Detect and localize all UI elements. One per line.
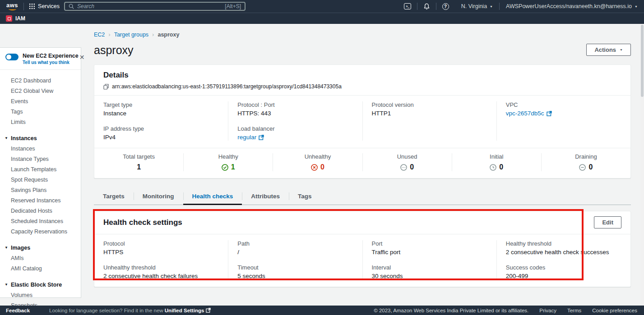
services-grid-icon (29, 4, 35, 9)
content-area: EC2 › Target groups › asproxy asproxy Ac… (81, 24, 640, 306)
sidebar-item-snapshots[interactable]: Snapshots (0, 300, 81, 306)
unhealthy-x-circle-icon (311, 164, 318, 171)
sidebar-item-savings-plans[interactable]: Savings Plans (0, 185, 81, 195)
tab-targets[interactable]: Targets (94, 189, 134, 205)
sidebar-item-reserved-instances[interactable]: Reserved Instances (0, 195, 81, 205)
health-check-settings-title: Health check settings (103, 218, 182, 227)
cookie-preferences-link[interactable]: Cookie preferences (592, 308, 637, 313)
cloudshell-button[interactable]: >_ (398, 3, 417, 9)
vpc-link[interactable]: vpc-2657db5c (506, 110, 552, 117)
ec2-sidebar: New EC2 Experience Tell us what you thin… (0, 47, 81, 298)
edit-button[interactable]: Edit (594, 216, 621, 228)
search-icon (69, 4, 74, 9)
help-icon: ? (442, 3, 449, 10)
language-hint: Looking for language selection? Find it … (49, 308, 210, 313)
sidebar-section-images[interactable]: ▼ Images (0, 242, 81, 253)
new-experience-title: New EC2 Experience (23, 53, 79, 59)
sidebar-item-tags[interactable]: Tags (0, 106, 81, 117)
unused-dots-circle-icon (400, 164, 407, 171)
field-protocol-port: Protocol : Port HTTPS: 443 (237, 101, 353, 117)
health-check-grid: Protocol HTTPS Unhealthy threshold 2 con… (94, 234, 630, 287)
sidebar-item-instance-types[interactable]: Instance Types (0, 154, 81, 164)
summary-draining: Draining 0 (541, 153, 630, 171)
breadcrumb-separator-icon: › (152, 31, 154, 38)
sidebar-item-scheduled-instances[interactable]: Scheduled Instances (0, 216, 81, 226)
breadcrumb-current: asproxy (158, 32, 179, 38)
sidebar-item-amis[interactable]: AMIs (0, 253, 81, 263)
breadcrumb-target-groups[interactable]: Target groups (114, 32, 148, 38)
sidebar-item-ami-catalog[interactable]: AMI Catalog (0, 263, 81, 274)
tab-attributes[interactable]: Attributes (242, 189, 289, 205)
draining-minus-circle-icon (579, 164, 586, 171)
feedback-link[interactable]: Tell us what you think (23, 60, 79, 65)
caret-down-icon: ▼ (5, 246, 8, 250)
service-shortcut-bar: IAM (0, 13, 644, 24)
sidebar-item-instances[interactable]: Instances (0, 143, 81, 154)
tab-monitoring[interactable]: Monitoring (134, 189, 183, 205)
unified-settings-link[interactable]: Unified Settings (165, 308, 204, 313)
vertical-scrollbar[interactable] (640, 24, 644, 306)
field-port: Port Traffic port (372, 240, 487, 256)
bell-icon (423, 3, 430, 10)
field-vpc: VPC vpc-2657db5c (506, 101, 621, 117)
caret-down-icon: ▼ (635, 5, 638, 8)
terms-link[interactable]: Terms (567, 308, 581, 313)
new-experience-toggle[interactable] (5, 54, 19, 60)
sidebar-item-ec2-global-view[interactable]: EC2 Global View (0, 86, 81, 96)
sidebar-section-instances[interactable]: ▼ Instances (0, 133, 81, 143)
sidebar-nav: EC2 Dashboard EC2 Global View Events Tag… (0, 70, 81, 306)
breadcrumb: EC2 › Target groups › asproxy (94, 31, 631, 38)
cloudshell-terminal-icon: >_ (404, 3, 411, 9)
sidebar-item-events[interactable]: Events (0, 96, 81, 106)
actions-button[interactable]: Actions ▼ (586, 44, 631, 56)
iam-service-icon (6, 15, 12, 22)
services-menu[interactable]: Services (29, 3, 60, 9)
field-protocol: Protocol HTTPS (103, 240, 219, 256)
breadcrumb-ec2[interactable]: EC2 (94, 32, 105, 38)
services-label: Services (38, 3, 60, 9)
targets-summary: Total targets 1 Healthy 1 (94, 148, 630, 178)
field-load-balancer: Load balancer regular (237, 125, 353, 141)
page-title: asproxy (94, 44, 134, 57)
summary-initial: Initial 0 (452, 153, 541, 171)
field-target-type: Target type Instance (103, 101, 219, 117)
sidebar-item-ec2-dashboard[interactable]: EC2 Dashboard (0, 75, 81, 86)
account-menu[interactable]: AWSPowerUserAccess/navaneeth.kn@harness.… (500, 3, 644, 9)
topnav-right-group: >_ ? N. Virginia ▼ AWSPowerUser (398, 3, 644, 10)
caret-down-icon: ▼ (5, 283, 8, 287)
region-selector[interactable]: N. Virginia ▼ (455, 3, 499, 9)
feedback-button[interactable]: Feedback (6, 308, 30, 313)
tab-tags[interactable]: Tags (289, 189, 321, 205)
copyright-text: © 2023, Amazon Web Services India Privat… (374, 308, 528, 313)
aws-logo[interactable]: aws (6, 3, 18, 10)
privacy-link[interactable]: Privacy (539, 308, 556, 313)
external-link-icon (206, 308, 211, 313)
tab-health-checks[interactable]: Health checks (183, 189, 242, 205)
field-ip-address-type: IP address type IPv4 (103, 125, 219, 141)
search-input[interactable] (77, 3, 225, 9)
sidebar-item-launch-templates[interactable]: Launch Templates (0, 164, 81, 174)
sidebar-item-capacity-reservations[interactable]: Capacity Reservations (0, 226, 81, 237)
initial-clock-icon (490, 164, 496, 171)
sidebar-item-volumes[interactable]: Volumes (0, 290, 81, 300)
field-protocol-version: Protocol version HTTP1 (372, 101, 487, 117)
caret-down-icon: ▼ (490, 5, 493, 8)
health-check-settings-card: Health check settings Edit Protocol HTTP… (94, 211, 631, 287)
copy-icon[interactable] (103, 84, 109, 90)
load-balancer-link[interactable]: regular (237, 134, 264, 141)
external-link-icon (259, 135, 264, 140)
scrollbar-thumb[interactable] (641, 25, 644, 97)
iam-shortcut[interactable]: IAM (6, 15, 25, 22)
tab-bar: Targets Monitoring Health checks Attribu… (94, 189, 631, 205)
sidebar-item-spot-requests[interactable]: Spot Requests (0, 174, 81, 185)
help-button[interactable]: ? (436, 3, 455, 10)
global-search[interactable]: [Alt+S] (64, 2, 246, 11)
sidebar-section-elastic-block-store[interactable]: ▼ Elastic Block Store (0, 279, 81, 290)
field-healthy-threshold: Healthy threshold 2 consecutive health c… (506, 240, 621, 256)
summary-total-targets: Total targets 1 (94, 153, 183, 171)
sidebar-item-limits[interactable]: Limits (0, 117, 81, 127)
field-timeout: Timeout 5 seconds (237, 264, 353, 279)
notifications-button[interactable] (417, 3, 436, 10)
breadcrumb-separator-icon: › (108, 31, 110, 38)
sidebar-item-dedicated-hosts[interactable]: Dedicated Hosts (0, 205, 81, 216)
